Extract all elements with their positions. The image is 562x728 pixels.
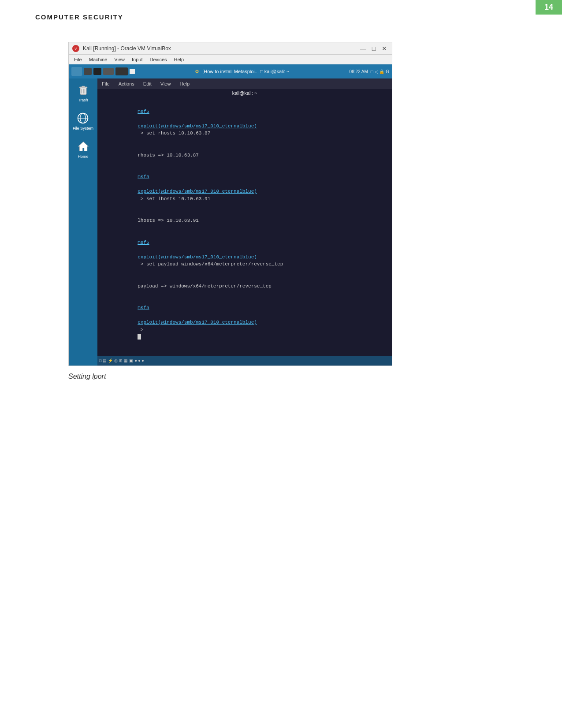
terminal-line-5: msf5 exploit(windows/smb/ms17_010_eterna… — [103, 231, 387, 275]
term-exploit-5: exploit(windows/smb/ms17_010_eternalblue… — [138, 254, 257, 260]
taskbar-icon-7: ▣ — [129, 358, 133, 363]
sidebar-item-filesystem[interactable]: File System — [73, 111, 93, 131]
vbox-menubar: File Machine View Input Devices Help — [69, 55, 392, 64]
virtualbox-window: V Kali [Running] - Oracle VM VirtualBox … — [69, 42, 392, 366]
vbox-toolbar: ⚙ [How to install Metasploi... □ kali@ka… — [69, 64, 392, 78]
taskbar-icon-2: ▤ — [103, 358, 107, 363]
vbox-toolbar-separator — [130, 69, 135, 74]
filesystem-icon — [76, 111, 90, 125]
trash-label: Trash — [78, 98, 88, 102]
terminal-menu-help[interactable]: Help — [179, 81, 190, 86]
image-caption: Setting lport — [68, 373, 106, 381]
terminal-menubar: File Actions Edit View Help — [97, 78, 392, 89]
taskbar-icon-6: ▦ — [124, 358, 128, 363]
vbox-toolbar-right: 08:22 AM □ ◁ 🔒 G — [350, 69, 389, 74]
vbox-menu-view[interactable]: View — [111, 56, 128, 63]
vbox-menu-machine[interactable]: Machine — [86, 56, 111, 63]
minimize-button[interactable]: — — [359, 45, 367, 52]
vbox-toolbar-status: ⚙ [How to install Metasploi... □ kali@ka… — [137, 69, 348, 75]
vbox-toolbar-icon-3 — [93, 68, 101, 75]
filesystem-label: File System — [73, 126, 93, 131]
terminal-container: File Actions Edit View Help kali@kali: ~… — [97, 78, 392, 366]
term-prompt-1: msf5 — [138, 109, 149, 114]
trash-icon — [76, 83, 90, 97]
kali-sidebar: Trash File System — [69, 78, 97, 366]
kali-taskbar: □ ▤ ⚡ ◎ ⊞ ▦ ▣ ● ● ● — [97, 356, 392, 366]
svg-text:V: V — [74, 47, 77, 51]
taskbar-icon-1: □ — [99, 358, 101, 363]
vbox-title-text: Kali [Running] - Oracle VM VirtualBox — [83, 45, 359, 52]
terminal-body: msf5 exploit(windows/smb/ms17_010_eterna… — [97, 97, 392, 356]
screenshot-container: V Kali [Running] - Oracle VM VirtualBox … — [68, 42, 392, 366]
terminal-menu-actions[interactable]: Actions — [119, 81, 134, 86]
sidebar-item-home[interactable]: Home — [76, 139, 90, 159]
term-exploit-1: exploit(windows/smb/ms17_010_eternalblue… — [138, 123, 257, 129]
terminal-line-1: msf5 exploit(windows/smb/ms17_010_eterna… — [103, 101, 387, 144]
vbox-window-controls: — □ ✕ — [359, 45, 388, 52]
taskbar-icon-5: ⊞ — [119, 358, 123, 363]
taskbar-right: ● ● ● — [134, 358, 144, 363]
vbox-toolbar-icon-1 — [71, 67, 82, 76]
home-label: Home — [78, 154, 88, 159]
vbox-time: 08:22 AM — [350, 69, 368, 74]
term-prompt-7: msf5 — [138, 305, 149, 310]
vbox-toolbar-icon-4 — [103, 68, 114, 75]
page-number-badge: 14 — [536, 0, 562, 15]
terminal-menu-edit[interactable]: Edit — [143, 81, 152, 86]
vbox-toolbar-icon-2 — [84, 68, 92, 75]
terminal-line-7: msf5 exploit(windows/smb/ms17_010_eterna… — [103, 297, 387, 348]
vbox-toolbar-icon-5 — [115, 67, 128, 75]
kali-desktop: Trash File System — [69, 78, 392, 366]
taskbar-icon-4: ◎ — [114, 358, 118, 363]
svg-marker-11 — [78, 142, 88, 151]
terminal-line-4: lhosts => 10.10.63.91 — [103, 210, 387, 232]
term-exploit-3: exploit(windows/smb/ms17_010_eternalblue… — [138, 189, 257, 194]
terminal-title: kali@kali: ~ — [97, 89, 392, 97]
restore-button[interactable]: □ — [370, 45, 378, 52]
terminal-line-6: payload => windows/x64/meterpreter/rever… — [103, 275, 387, 297]
terminal-menu-file[interactable]: File — [102, 81, 110, 86]
vbox-titlebar: V Kali [Running] - Oracle VM VirtualBox … — [69, 42, 392, 55]
vbox-menu-help[interactable]: Help — [171, 56, 188, 63]
vbox-icon: V — [72, 45, 79, 52]
vbox-menu-devices[interactable]: Devices — [146, 56, 170, 63]
term-prompt-5: msf5 — [138, 240, 149, 245]
vbox-menu-input[interactable]: Input — [128, 56, 146, 63]
term-cursor — [138, 334, 141, 340]
term-exploit-7: exploit(windows/smb/ms17_010_eternalblue… — [138, 320, 257, 325]
vbox-menu-file[interactable]: File — [71, 56, 86, 63]
page-title: COMPUTER SECURITY — [35, 13, 123, 21]
terminal-line-3: msf5 exploit(windows/smb/ms17_010_eterna… — [103, 166, 387, 210]
vbox-statusicons: □ ◁ 🔒 G — [371, 69, 389, 74]
terminal-line-2: rhosts => 10.10.63.87 — [103, 144, 387, 166]
term-prompt-3: msf5 — [138, 174, 149, 179]
close-button[interactable]: ✕ — [380, 45, 388, 52]
svg-rect-4 — [82, 86, 85, 87]
taskbar-icon-3: ⚡ — [108, 358, 113, 363]
terminal-menu-view[interactable]: View — [160, 81, 171, 86]
home-icon — [76, 139, 90, 153]
sidebar-item-trash[interactable]: Trash — [76, 83, 90, 102]
taskbar-icons: □ ▤ ⚡ ◎ ⊞ ▦ ▣ ● ● ● — [99, 358, 144, 363]
